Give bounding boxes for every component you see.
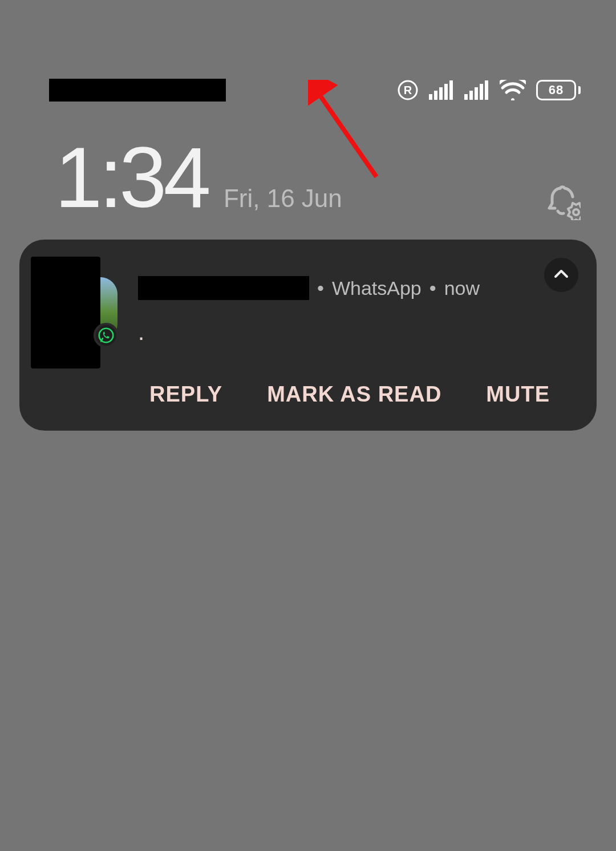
whatsapp-badge-icon — [94, 323, 119, 348]
svg-rect-5 — [444, 84, 448, 100]
svg-text:R: R — [404, 84, 412, 96]
signal-2-icon — [464, 80, 489, 100]
svg-rect-8 — [469, 91, 473, 100]
roaming-icon: R — [397, 79, 419, 101]
status-bar: R — [0, 73, 616, 107]
status-icons: R — [397, 79, 581, 101]
notification-actions: REPLY MARK AS READ MUTE — [31, 382, 579, 407]
clock-date: Fri, 16 Jun — [224, 184, 342, 213]
notification-app: WhatsApp — [332, 277, 422, 299]
svg-rect-9 — [475, 87, 478, 100]
notification-avatar — [31, 257, 100, 368]
clock-time: 1:34 — [55, 135, 208, 220]
sender-redacted — [138, 276, 309, 300]
wifi-icon — [500, 80, 526, 100]
notification-card[interactable]: • WhatsApp • now . REPLY MARK AS READ MU… — [19, 240, 597, 431]
svg-rect-2 — [429, 94, 432, 100]
notification-body: . — [138, 319, 579, 345]
battery-icon: 68 — [536, 80, 581, 100]
expand-button[interactable] — [544, 258, 578, 292]
svg-rect-4 — [439, 87, 443, 100]
carrier-redacted — [49, 79, 226, 102]
svg-rect-3 — [434, 91, 437, 100]
svg-rect-10 — [480, 84, 483, 100]
mute-button[interactable]: MUTE — [486, 382, 550, 407]
battery-percent: 68 — [536, 80, 576, 100]
notification-time: now — [444, 277, 480, 299]
reply-button[interactable]: REPLY — [149, 382, 222, 407]
svg-point-13 — [573, 209, 579, 215]
mark-as-read-button[interactable]: MARK AS READ — [267, 382, 441, 407]
clock-row: 1:34 Fri, 16 Jun — [0, 135, 616, 220]
signal-1-icon — [429, 80, 454, 100]
chevron-up-icon — [552, 265, 570, 285]
notification-title-line: • WhatsApp • now — [138, 276, 579, 300]
svg-rect-7 — [464, 94, 468, 100]
svg-rect-6 — [449, 80, 453, 100]
notification-settings-icon[interactable] — [544, 184, 581, 220]
svg-rect-11 — [485, 80, 488, 100]
